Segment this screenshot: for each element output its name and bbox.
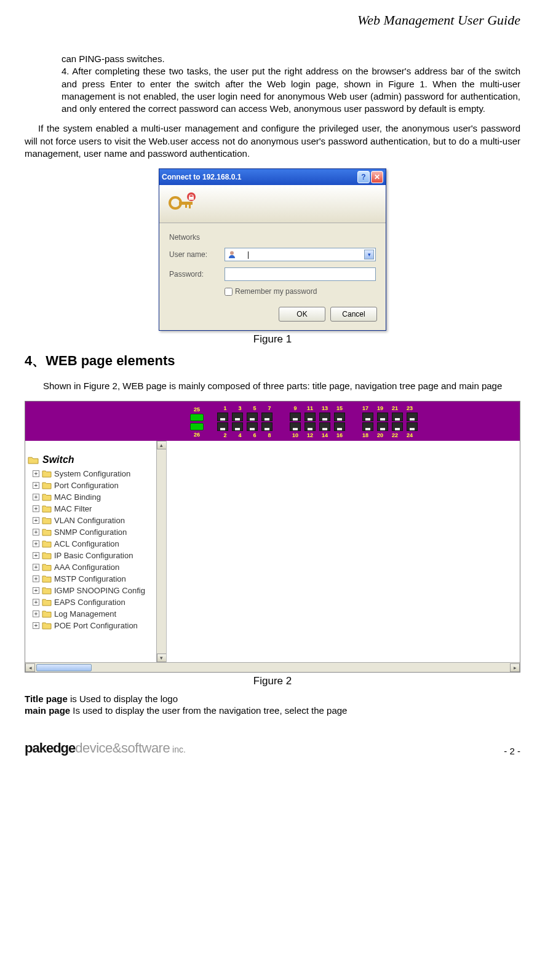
folder-icon (42, 505, 52, 513)
chevron-down-icon: ▾ (368, 251, 371, 258)
main-page-def: main page Is used to display the user fr… (25, 705, 520, 716)
expand-icon[interactable]: + (33, 564, 39, 571)
expand-icon[interactable]: + (33, 529, 39, 535)
expand-icon[interactable]: + (33, 494, 39, 500)
tree-item-label: VLAN Configuration (54, 516, 125, 525)
expand-icon[interactable]: + (33, 470, 39, 477)
port-icon[interactable] (334, 422, 345, 431)
expand-icon[interactable]: + (33, 587, 39, 594)
username-input[interactable]: | ▾ (225, 248, 376, 261)
def-text: is Used to display the logo (68, 694, 178, 704)
tree-item[interactable]: +AAA Configuration (28, 561, 164, 573)
expand-icon[interactable]: + (33, 517, 39, 524)
scroll-left-button[interactable]: ◂ (25, 663, 35, 672)
caret: | (247, 250, 249, 259)
dropdown-button[interactable]: ▾ (364, 250, 374, 259)
logo-inc: inc. (170, 745, 186, 754)
expand-icon[interactable]: + (33, 622, 39, 629)
port-icon[interactable] (362, 422, 373, 431)
port-icon[interactable] (247, 413, 258, 421)
svg-rect-3 (185, 205, 187, 208)
help-button[interactable]: ? (357, 171, 370, 183)
figure-2-caption: Figure 2 (25, 675, 520, 687)
expand-icon[interactable]: + (33, 611, 39, 617)
folder-icon (42, 598, 52, 606)
ok-button[interactable]: OK (279, 307, 325, 322)
port-icon[interactable] (319, 413, 330, 421)
title-page-def: Title page is Used to display the logo (25, 694, 520, 704)
switch-body: ▴ ▾ Switch +System Configuration+Port Co… (25, 441, 520, 662)
login-dialog: Connect to 192.168.0.1 ? ✕ N (159, 168, 386, 331)
tree-item[interactable]: +SNMP Configuration (28, 526, 164, 538)
expand-icon[interactable]: + (33, 552, 39, 559)
user-icon (228, 250, 236, 259)
scrollbar-horizontal[interactable]: ◂ ▸ (25, 662, 520, 672)
port-icon[interactable] (407, 422, 418, 431)
password-input[interactable] (225, 267, 376, 281)
tree-item[interactable]: +EAPS Configuration (28, 596, 164, 608)
tree-item[interactable]: +Port Configuration (28, 480, 164, 491)
expand-icon[interactable]: + (33, 482, 39, 489)
port-icon[interactable] (304, 422, 316, 431)
tree-item[interactable]: +MAC Binding (28, 491, 164, 503)
tree-item-label: Port Configuration (54, 481, 119, 490)
port-icon[interactable] (392, 413, 403, 421)
tree-item[interactable]: +IGMP SNOOPING Config (28, 585, 164, 596)
svg-rect-2 (189, 205, 191, 208)
port-icon[interactable] (319, 422, 330, 431)
port-icon[interactable] (290, 413, 301, 421)
port-icon[interactable] (290, 422, 301, 431)
scroll-up-button[interactable]: ▴ (157, 441, 167, 449)
port-icon[interactable] (217, 413, 228, 421)
tree-item[interactable]: +Log Management (28, 608, 164, 620)
body-para-a: can PING-pass switches. 4. After complet… (62, 53, 520, 115)
tree-item[interactable]: +System Configuration (28, 468, 164, 480)
port-icon[interactable] (407, 413, 418, 421)
port-icon[interactable] (261, 422, 272, 431)
port-labels-bottom: 2 4 6 8 10 12 14 16 18 20 22 24 (220, 432, 415, 438)
tree-item[interactable]: +ACL Configuration (28, 538, 164, 550)
sfp-port[interactable] (190, 414, 204, 421)
expand-icon[interactable]: + (33, 575, 39, 582)
close-icon: ✕ (374, 173, 380, 181)
folder-icon (42, 528, 52, 536)
port-icon[interactable] (217, 422, 228, 431)
scrollbar-vertical[interactable]: ▴ ▾ (156, 441, 166, 662)
port-icon[interactable] (392, 422, 403, 431)
folder-icon (42, 563, 52, 571)
section-intro: Shown in Figure 2, WEB page is mainly co… (43, 380, 520, 392)
port-icon[interactable] (232, 413, 243, 421)
expand-icon[interactable]: + (33, 599, 39, 606)
scroll-down-button[interactable]: ▾ (157, 654, 167, 662)
port-icon[interactable] (247, 422, 258, 431)
port-icon[interactable] (261, 413, 272, 421)
tree-item-label: MAC Filter (54, 504, 92, 513)
expand-icon[interactable]: + (33, 505, 39, 512)
port-icon[interactable] (304, 413, 316, 421)
remember-checkbox[interactable] (225, 288, 233, 296)
tree-item[interactable]: +VLAN Configuration (28, 515, 164, 526)
tree-item[interactable]: +IP Basic Configuration (28, 550, 164, 561)
tree-item-label: EAPS Configuration (54, 598, 125, 607)
close-button[interactable]: ✕ (371, 171, 383, 183)
expand-icon[interactable]: + (33, 540, 39, 547)
cancel-button[interactable]: Cancel (330, 307, 377, 322)
port-icon[interactable] (377, 422, 388, 431)
port-icon[interactable] (362, 413, 373, 421)
tree-item[interactable]: +POE Port Configuration (28, 620, 164, 631)
page-header: Web Management User Guide (25, 12, 520, 28)
scroll-right-button[interactable]: ▸ (510, 663, 520, 672)
tree-root[interactable]: Switch (28, 454, 164, 465)
port-icon[interactable] (232, 422, 243, 431)
port-labels-top: 1 3 5 7 9 11 13 15 17 19 21 23 (220, 405, 415, 411)
svg-point-7 (230, 251, 234, 255)
scroll-thumb[interactable] (36, 664, 92, 671)
tree-item[interactable]: +MSTP Configuration (28, 573, 164, 585)
port-icon[interactable] (334, 413, 345, 421)
tree-item[interactable]: +MAC Filter (28, 503, 164, 515)
tree-item-label: ACL Configuration (54, 539, 119, 548)
sfp-port[interactable] (190, 423, 204, 430)
page-footer: pakedgedevice&software inc. - 2 - (25, 740, 520, 756)
port-icon[interactable] (377, 413, 388, 421)
page-number: - 2 - (504, 746, 520, 756)
